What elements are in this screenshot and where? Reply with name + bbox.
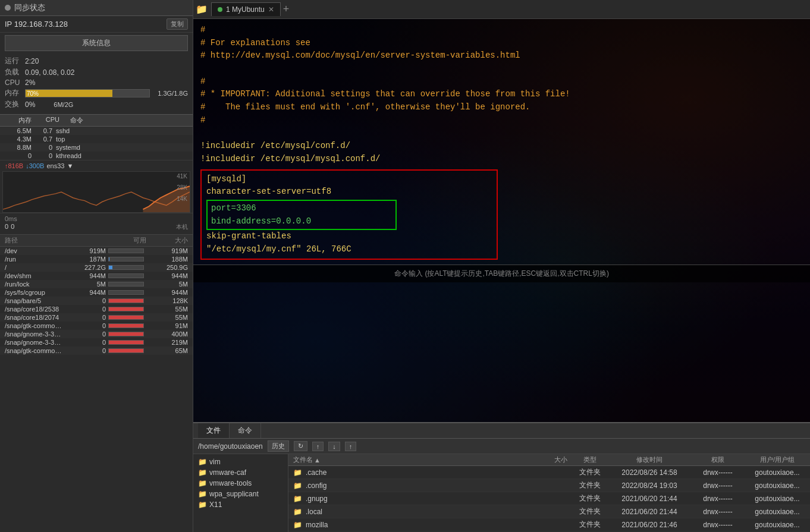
fm-download-btn[interactable]: ↓ [328, 442, 340, 451]
fm-file-row[interactable]: 📁 .cache 文件夹 2022/08/26 14:58 drwx------… [288, 466, 810, 479]
command-input-bar[interactable]: 命令输入 (按ALT键提示历史,TAB键路径,ESC键返回,双击CTRL切换) [193, 265, 810, 282]
chart-label-1: 41K [177, 173, 187, 180]
fm-file-row[interactable]: 📁 .local 文件夹 2021/06/20 21:44 drwx------… [288, 505, 810, 518]
fm-tree-item[interactable]: 📁X11 [193, 499, 288, 510]
fm-tree-item-label: vmware-caf [209, 468, 246, 477]
fm-col-size-header[interactable]: 大小 [525, 455, 572, 464]
load-value: 0.09, 0.08, 0.02 [25, 68, 74, 77]
term-line-9 [200, 127, 803, 140]
process-table: 6.5M 0.7 sshd 4.3M 0.7 top 8.8M 0 system… [0, 127, 193, 160]
sync-status-dot [5, 5, 11, 11]
fm-file-type: 文件夹 [572, 520, 608, 530]
file-name-text: .local [306, 508, 322, 516]
fm-col-mtime-header[interactable]: 修改时间 [608, 455, 691, 464]
process-row: 4.3M 0.7 top [0, 135, 193, 143]
tab-commands[interactable]: 命令 [230, 423, 261, 438]
ping-val-1: 0 [5, 223, 8, 231]
file-name-text: .gnupg [306, 495, 328, 503]
fm-path-bar: /home/goutouxiaoen 历史 ↻ ↑ ↓ ↑ [193, 439, 810, 454]
net-upload: ↑816B [5, 162, 23, 169]
fm-col-owner-header[interactable]: 用户/用户组 [745, 455, 810, 464]
terminal-area: # # For explanations see # http://dev.my… [193, 19, 810, 422]
fm-tree-item[interactable]: 📁wpa_supplicant [193, 489, 288, 499]
tab-close-button[interactable]: ✕ [268, 5, 274, 14]
term-line-8: # [200, 114, 803, 127]
mem-label: 内存 [5, 88, 23, 98]
swap-size: 6M/2G [37, 101, 73, 108]
folder-icon: 📁 [198, 500, 207, 509]
proc-cmd: kthreadd [52, 152, 188, 159]
mem-progress-text: 70% [27, 90, 39, 98]
fm-file-name: 📁 .gnupg [288, 495, 525, 503]
tab-add-button[interactable]: + [283, 3, 290, 15]
copy-button[interactable]: 复制 [167, 18, 188, 30]
disk-path: /run/lock [5, 281, 64, 288]
term-port-section: port=3306 bind-address=0.0.0.0 [206, 200, 397, 230]
disk-row: /run/lock 5M 5M [0, 280, 193, 288]
fm-tree: 📁vim📁vmware-caf📁vmware-tools📁wpa_supplic… [193, 454, 288, 532]
disk-size: 250.9G [146, 264, 188, 271]
fm-tree-item-label: X11 [209, 500, 222, 509]
net-iface: ens33 [46, 162, 64, 169]
uptime-label: 运行 [5, 56, 23, 66]
disk-path: /dev [5, 247, 64, 254]
term-mysqld-header: [mysqld] [206, 173, 492, 186]
sort-icon: ▲ [314, 457, 321, 464]
disk-path: /sys/fs/cgroup [5, 289, 64, 296]
disk-path: /snap/gtk-common-the... [5, 322, 64, 329]
net-dropdown-icon[interactable]: ▼ [67, 162, 73, 169]
disk-row: /snap/gtk-common-the... 0 65M [0, 347, 193, 355]
process-row: 8.8M 0 systemd [0, 143, 193, 152]
disk-bar [108, 332, 144, 336]
tab-files[interactable]: 文件 [198, 423, 230, 438]
fm-history-btn[interactable]: 历史 [268, 440, 289, 452]
fm-file-perm: drwx------ [691, 521, 745, 529]
folder-icon[interactable]: 📁 [196, 4, 208, 15]
disk-bar-fill [109, 316, 143, 319]
fm-col-name-header[interactable]: 文件名 ▲ [288, 455, 525, 464]
disk-col-size: 大小 [146, 236, 188, 245]
proc-mem: 0 [5, 152, 32, 159]
fm-file-row[interactable]: 📁 mozilla 文件夹 2021/06/20 21:46 drwx-----… [288, 518, 810, 531]
fm-upload-btn[interactable]: ↑ [345, 442, 357, 451]
fm-refresh-btn[interactable]: ↻ [294, 441, 307, 451]
fm-file-name: 📁 mozilla [288, 521, 525, 529]
fm-file-type: 文件夹 [572, 506, 608, 517]
proc-mem: 8.8M [5, 144, 32, 151]
sys-info-button[interactable]: 系统信息 [5, 35, 188, 51]
disk-size: 55M [146, 306, 188, 313]
fm-file-perm: drwx------ [691, 468, 745, 477]
sync-label: 同步状态 [14, 2, 45, 13]
fm-col-type-header[interactable]: 类型 [572, 455, 608, 464]
fm-file-mtime: 2022/08/24 19:03 [608, 481, 691, 490]
fm-file-row[interactable]: 📁 .config 文件夹 2022/08/24 19:03 drwx-----… [288, 479, 810, 492]
disk-bar [108, 257, 144, 262]
file-name-text: .config [306, 481, 326, 490]
disk-col-avail: 可用 [105, 236, 146, 245]
proc-cpu: 0.7 [32, 136, 52, 143]
fm-file-name: 📁 .config [288, 481, 525, 490]
term-red-section-wrap: [mysqld] character-set-server=utf8 port=… [200, 169, 803, 260]
fm-up-btn[interactable]: ↑ [312, 442, 324, 451]
disk-bar [108, 265, 144, 270]
disk-bar-fill [109, 299, 143, 303]
disk-row: /sys/fs/cgroup 944M 944M [0, 288, 193, 297]
term-line-5: # [200, 75, 803, 89]
folder-icon: 📁 [198, 458, 207, 466]
fm-col-perm-header[interactable]: 权限 [691, 455, 745, 464]
disk-row: /snap/core18/2538 0 55M [0, 305, 193, 313]
net-row: ↑816B ↓300B ens33 ▼ [0, 160, 193, 171]
fm-tree-item[interactable]: 📁vmware-caf [193, 467, 288, 478]
term-port: port=3306 [211, 202, 392, 215]
fm-file-row[interactable]: 📁 .gnupg 文件夹 2021/06/20 21:44 drwx------… [288, 492, 810, 505]
proc-mem: 4.3M [5, 136, 32, 143]
fm-tree-item[interactable]: 📁vmware-tools [193, 478, 288, 489]
disk-size: 219M [146, 339, 188, 346]
tab-myubuntu[interactable]: 1 MyUbuntu ✕ [211, 2, 281, 16]
fm-content: 📁vim📁vmware-caf📁vmware-tools📁wpa_supplic… [193, 454, 810, 532]
disk-size: 944M [146, 289, 188, 296]
disk-size: 944M [146, 272, 188, 279]
disk-bar-fill [109, 349, 143, 352]
fm-tree-item[interactable]: 📁vim [193, 457, 288, 467]
disk-bar [108, 290, 144, 295]
